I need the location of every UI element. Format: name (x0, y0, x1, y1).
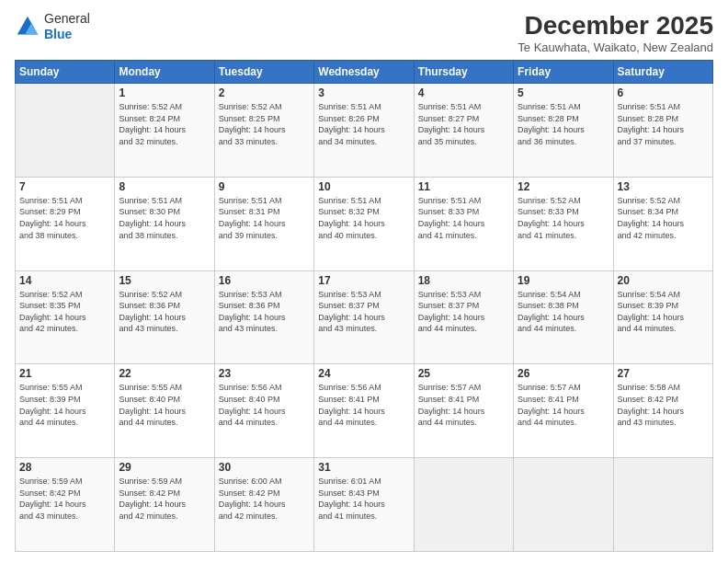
day-number: 7 (19, 180, 110, 193)
day-cell: 30Sunrise: 6:00 AM Sunset: 8:42 PM Dayli… (214, 458, 313, 552)
day-info: Sunrise: 5:53 AM Sunset: 8:37 PM Dayligh… (318, 289, 409, 335)
day-cell: 1Sunrise: 5:52 AM Sunset: 8:24 PM Daylig… (115, 84, 214, 178)
day-cell: 24Sunrise: 5:56 AM Sunset: 8:41 PM Dayli… (314, 364, 414, 458)
day-cell: 10Sunrise: 5:51 AM Sunset: 8:32 PM Dayli… (314, 177, 414, 270)
day-info: Sunrise: 6:01 AM Sunset: 8:43 PM Dayligh… (318, 476, 409, 522)
day-cell: 3Sunrise: 5:51 AM Sunset: 8:26 PM Daylig… (314, 84, 414, 178)
day-info: Sunrise: 5:59 AM Sunset: 8:42 PM Dayligh… (19, 476, 110, 522)
month-title: December 2025 (518, 11, 713, 40)
day-info: Sunrise: 5:52 AM Sunset: 8:33 PM Dayligh… (518, 195, 609, 241)
day-cell: 11Sunrise: 5:51 AM Sunset: 8:33 PM Dayli… (414, 177, 513, 270)
day-number: 21 (19, 367, 110, 380)
day-cell: 5Sunrise: 5:51 AM Sunset: 8:28 PM Daylig… (514, 84, 613, 178)
day-info: Sunrise: 5:55 AM Sunset: 8:40 PM Dayligh… (119, 382, 210, 428)
day-info: Sunrise: 5:51 AM Sunset: 8:28 PM Dayligh… (518, 101, 609, 147)
week-row-5: 28Sunrise: 5:59 AM Sunset: 8:42 PM Dayli… (16, 458, 713, 552)
day-info: Sunrise: 5:51 AM Sunset: 8:31 PM Dayligh… (219, 195, 310, 241)
week-row-2: 7Sunrise: 5:51 AM Sunset: 8:29 PM Daylig… (16, 177, 713, 270)
day-info: Sunrise: 5:51 AM Sunset: 8:33 PM Dayligh… (418, 195, 509, 241)
day-number: 18 (418, 274, 509, 287)
location-subtitle: Te Kauwhata, Waikato, New Zealand (518, 40, 713, 54)
calendar-body: 1Sunrise: 5:52 AM Sunset: 8:24 PM Daylig… (16, 84, 713, 552)
day-info: Sunrise: 5:53 AM Sunset: 8:36 PM Dayligh… (219, 289, 310, 335)
day-cell (514, 458, 613, 552)
day-number: 25 (418, 367, 509, 380)
th-saturday: Saturday (613, 61, 712, 84)
day-info: Sunrise: 6:00 AM Sunset: 8:42 PM Dayligh… (219, 476, 310, 522)
day-number: 27 (618, 367, 709, 380)
logo-text: General Blue (44, 11, 90, 42)
day-info: Sunrise: 5:51 AM Sunset: 8:27 PM Dayligh… (418, 101, 509, 147)
th-tuesday: Tuesday (214, 61, 313, 84)
logo-general: General (44, 11, 90, 27)
day-cell: 18Sunrise: 5:53 AM Sunset: 8:37 PM Dayli… (414, 270, 513, 364)
day-number: 22 (119, 367, 210, 380)
day-cell: 27Sunrise: 5:58 AM Sunset: 8:42 PM Dayli… (613, 364, 712, 458)
day-cell: 4Sunrise: 5:51 AM Sunset: 8:27 PM Daylig… (414, 84, 513, 178)
calendar-header: Sunday Monday Tuesday Wednesday Thursday… (16, 61, 713, 84)
th-sunday: Sunday (16, 61, 115, 84)
day-info: Sunrise: 5:57 AM Sunset: 8:41 PM Dayligh… (518, 382, 609, 428)
day-number: 14 (19, 274, 110, 287)
day-number: 9 (219, 180, 310, 193)
day-cell (16, 84, 115, 178)
day-info: Sunrise: 5:52 AM Sunset: 8:34 PM Dayligh… (618, 195, 709, 241)
day-cell (414, 458, 513, 552)
page: General Blue December 2025 Te Kauwhata, … (0, 0, 728, 563)
day-number: 23 (219, 367, 310, 380)
day-cell: 12Sunrise: 5:52 AM Sunset: 8:33 PM Dayli… (514, 177, 613, 270)
day-info: Sunrise: 5:59 AM Sunset: 8:42 PM Dayligh… (119, 476, 210, 522)
th-friday: Friday (514, 61, 613, 84)
title-block: December 2025 Te Kauwhata, Waikato, New … (518, 11, 713, 54)
day-number: 31 (318, 461, 409, 474)
day-info: Sunrise: 5:51 AM Sunset: 8:32 PM Dayligh… (318, 195, 409, 241)
week-row-4: 21Sunrise: 5:55 AM Sunset: 8:39 PM Dayli… (16, 364, 713, 458)
day-cell: 22Sunrise: 5:55 AM Sunset: 8:40 PM Dayli… (115, 364, 214, 458)
day-info: Sunrise: 5:51 AM Sunset: 8:29 PM Dayligh… (19, 195, 110, 241)
calendar: Sunday Monday Tuesday Wednesday Thursday… (15, 60, 713, 552)
day-number: 11 (418, 180, 509, 193)
day-number: 28 (19, 461, 110, 474)
day-number: 12 (518, 180, 609, 193)
day-cell: 28Sunrise: 5:59 AM Sunset: 8:42 PM Dayli… (16, 458, 115, 552)
day-number: 30 (219, 461, 310, 474)
day-number: 13 (618, 180, 709, 193)
th-thursday: Thursday (414, 61, 513, 84)
day-number: 15 (119, 274, 210, 287)
day-number: 3 (318, 86, 409, 99)
day-cell: 16Sunrise: 5:53 AM Sunset: 8:36 PM Dayli… (214, 270, 313, 364)
calendar-table: Sunday Monday Tuesday Wednesday Thursday… (15, 60, 713, 552)
day-info: Sunrise: 5:51 AM Sunset: 8:30 PM Dayligh… (119, 195, 210, 241)
day-info: Sunrise: 5:52 AM Sunset: 8:35 PM Dayligh… (19, 289, 110, 335)
day-info: Sunrise: 5:58 AM Sunset: 8:42 PM Dayligh… (618, 382, 709, 428)
day-info: Sunrise: 5:55 AM Sunset: 8:39 PM Dayligh… (19, 382, 110, 428)
day-number: 8 (119, 180, 210, 193)
week-row-1: 1Sunrise: 5:52 AM Sunset: 8:24 PM Daylig… (16, 84, 713, 178)
day-cell: 9Sunrise: 5:51 AM Sunset: 8:31 PM Daylig… (214, 177, 313, 270)
header: General Blue December 2025 Te Kauwhata, … (15, 11, 713, 54)
day-info: Sunrise: 5:56 AM Sunset: 8:41 PM Dayligh… (318, 382, 409, 428)
day-info: Sunrise: 5:51 AM Sunset: 8:28 PM Dayligh… (618, 101, 709, 147)
day-cell: 15Sunrise: 5:52 AM Sunset: 8:36 PM Dayli… (115, 270, 214, 364)
day-cell: 21Sunrise: 5:55 AM Sunset: 8:39 PM Dayli… (16, 364, 115, 458)
day-number: 24 (318, 367, 409, 380)
day-cell: 26Sunrise: 5:57 AM Sunset: 8:41 PM Dayli… (514, 364, 613, 458)
day-info: Sunrise: 5:51 AM Sunset: 8:26 PM Dayligh… (318, 101, 409, 147)
day-cell: 19Sunrise: 5:54 AM Sunset: 8:38 PM Dayli… (514, 270, 613, 364)
th-monday: Monday (115, 61, 214, 84)
day-info: Sunrise: 5:53 AM Sunset: 8:37 PM Dayligh… (418, 289, 509, 335)
day-cell: 14Sunrise: 5:52 AM Sunset: 8:35 PM Dayli… (16, 270, 115, 364)
logo-blue: Blue (44, 27, 90, 42)
day-number: 5 (518, 86, 609, 99)
day-info: Sunrise: 5:54 AM Sunset: 8:38 PM Dayligh… (518, 289, 609, 335)
th-wednesday: Wednesday (314, 61, 414, 84)
day-number: 20 (618, 274, 709, 287)
day-info: Sunrise: 5:52 AM Sunset: 8:36 PM Dayligh… (119, 289, 210, 335)
day-cell: 20Sunrise: 5:54 AM Sunset: 8:39 PM Dayli… (613, 270, 712, 364)
day-number: 6 (618, 86, 709, 99)
logo-icon (15, 14, 40, 40)
day-info: Sunrise: 5:54 AM Sunset: 8:39 PM Dayligh… (618, 289, 709, 335)
day-cell: 8Sunrise: 5:51 AM Sunset: 8:30 PM Daylig… (115, 177, 214, 270)
day-number: 26 (518, 367, 609, 380)
day-number: 17 (318, 274, 409, 287)
